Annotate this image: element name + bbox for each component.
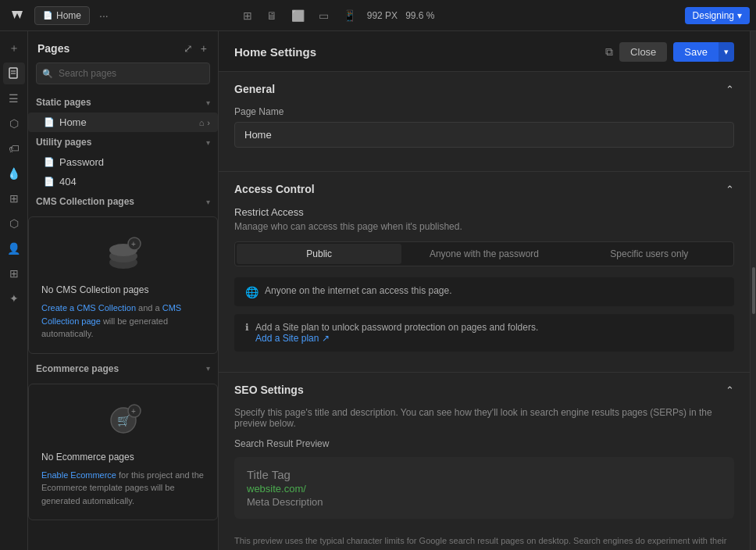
ecommerce-empty-title: No Ecommerce pages (41, 452, 205, 462)
settings-title: Home Settings (234, 45, 316, 59)
page-item-404[interactable]: 📄 404 (28, 172, 218, 191)
access-control-section: Access Control ⌃ Restrict Access Manage … (219, 172, 750, 373)
tablet-icon[interactable]: ⬜ (288, 6, 308, 25)
settings-panel: Home Settings ⧉ Close Save ▾ General ⌃ P… (219, 31, 750, 550)
sidebar-members-button[interactable]: 👤 (3, 238, 25, 259)
tab-label: Home (56, 10, 81, 21)
expand-icon[interactable]: ⤢ (182, 41, 194, 56)
cms-collection-link[interactable]: Create a CMS Collection (41, 303, 136, 312)
scroll-thumb (752, 267, 755, 314)
svg-text:🛒: 🛒 (117, 414, 131, 427)
sidebar-components-button[interactable]: ⬡ (3, 112, 25, 134)
utility-pages-section-header[interactable]: Utility pages ▾ (28, 132, 218, 152)
access-control-chevron: ⌃ (726, 184, 734, 195)
page-item-name-404: 404 (59, 176, 210, 188)
ecommerce-empty-state: 🛒 + No Ecommerce pages Enable Ecommerce … (28, 384, 218, 521)
page-chevron-icon[interactable]: › (207, 118, 210, 127)
save-dropdown-button[interactable]: ▾ (719, 42, 734, 62)
sidebar-apps-button[interactable]: ⊞ (3, 262, 25, 284)
access-tab-specific[interactable]: Specific users only (567, 244, 732, 264)
designing-button[interactable]: Designing ▾ (685, 7, 750, 24)
search-input[interactable] (36, 62, 210, 84)
cms-empty-title: No CMS Collection pages (41, 284, 205, 295)
save-button-group: Save ▾ (673, 42, 734, 62)
access-tab-password[interactable]: Anyone with the password (401, 244, 566, 264)
access-control-body: Restrict Access Manage who can access th… (219, 206, 750, 372)
pages-panel-title: Pages (37, 42, 70, 55)
add-page-icon[interactable]: + (199, 41, 209, 56)
close-button[interactable]: Close (619, 42, 667, 62)
static-pages-chevron: ▾ (206, 98, 210, 107)
zoom-display: 99.6 % (405, 10, 434, 21)
page-item-password[interactable]: 📄 Password (28, 152, 218, 172)
settings-header-actions: ⧉ Close Save ▾ (605, 42, 734, 62)
more-tabs-icon[interactable]: ··· (96, 9, 112, 22)
seo-description: Specify this page's title and descriptio… (234, 407, 734, 429)
page-name-input[interactable] (234, 122, 734, 148)
general-section-toggle[interactable]: General ⌃ (219, 72, 750, 106)
seo-section-chevron: ⌃ (726, 384, 734, 396)
sidebar-pages-button[interactable] (3, 62, 25, 84)
cms-empty-icon: + (41, 230, 205, 277)
seo-section: SEO Settings ⌃ Specify this page's title… (219, 373, 750, 550)
mobile-wide-icon[interactable]: ▭ (316, 6, 332, 25)
restrict-title: Restrict Access (234, 206, 734, 218)
seo-preview-label: Search Result Preview (234, 438, 734, 449)
save-button[interactable]: Save (673, 42, 719, 62)
general-section-chevron: ⌃ (726, 84, 734, 95)
seo-section-body: Specify this page's title and descriptio… (219, 407, 750, 550)
page-doc-icon-404: 📄 (44, 177, 55, 187)
ecommerce-pages-chevron: ▾ (206, 364, 210, 373)
upgrade-info-content: Add a Site plan to unlock password prote… (255, 322, 538, 344)
info-globe-icon: 🌐 (245, 286, 259, 298)
page-item-home[interactable]: 📄 Home ⌂ › (28, 112, 218, 132)
enable-ecommerce-link[interactable]: Enable Ecommerce (41, 470, 116, 480)
page-item-name-password: Password (59, 156, 210, 168)
copy-icon[interactable]: ⧉ (605, 45, 613, 59)
scroll-handle[interactable] (750, 31, 756, 550)
page-icon: 📄 (43, 11, 52, 20)
utility-pages-label: Utility pages (36, 137, 91, 148)
static-pages-label: Static pages (36, 97, 91, 108)
seo-preview-title: Title Tag (247, 468, 722, 481)
active-tab[interactable]: 📄 Home (34, 6, 90, 25)
seo-section-toggle[interactable]: SEO Settings ⌃ (219, 373, 750, 407)
mobile-icon[interactable]: 📱 (340, 6, 359, 25)
cms-empty-desc: Create a CMS Collection and a CMS Collec… (41, 302, 205, 341)
upgrade-info-box: ℹ Add a Site plan to unlock password pro… (234, 314, 734, 352)
cms-pages-section-header[interactable]: CMS Collection pages ▾ (28, 191, 218, 212)
topbar: 📄 Home ··· ⊞ 🖥 ⬜ ▭ 📱 992 PX 99.6 % Desig… (0, 0, 756, 31)
search-box: 🔍 (36, 62, 210, 84)
add-page-icon[interactable]: ⊞ (240, 6, 255, 25)
seo-note: This preview uses the typical character … (234, 527, 734, 550)
pages-panel-header: Pages ⤢ + (28, 31, 218, 62)
pages-panel: Pages ⤢ + 🔍 Static pages ▾ 📄 Home ⌂ › Ut… (28, 31, 219, 550)
home-icon: ⌂ (199, 118, 205, 127)
ecommerce-pages-section-header[interactable]: Ecommerce pages ▾ (28, 359, 218, 379)
cms-empty-state: + No CMS Collection pages Create a CMS C… (28, 216, 218, 354)
access-control-toggle[interactable]: Access Control ⌃ (219, 172, 750, 206)
logo (6, 5, 28, 27)
page-item-name: Home (59, 116, 194, 128)
svg-text:+: + (131, 240, 136, 248)
sidebar-style-button[interactable]: 💧 (3, 162, 25, 184)
sidebar-assets-button[interactable]: 🏷 (3, 138, 25, 159)
seo-preview-box: Title Tag website.com/ Meta Description (234, 457, 734, 519)
main: ＋ ☰ ⬡ 🏷 💧 ⊞ ⬡ 👤 ⊞ ✦ Pages ⤢ + 🔍 Static p… (0, 31, 756, 550)
access-tab-public[interactable]: Public (237, 244, 401, 264)
public-info-text: Anyone on the internet can access this p… (265, 285, 452, 296)
sidebar-integrations-button[interactable]: ✦ (3, 288, 25, 309)
sidebar-cms-button[interactable]: ⊞ (3, 188, 25, 209)
sidebar-add-button[interactable]: ＋ (3, 38, 25, 59)
px-display: 992 PX (367, 10, 398, 21)
sidebar-layers-button[interactable]: ☰ (3, 88, 25, 109)
upgrade-info-icon: ℹ (245, 322, 249, 333)
upgrade-link[interactable]: Add a Site plan ↗ (255, 333, 330, 344)
seo-section-title: SEO Settings (234, 384, 304, 396)
access-control-title: Access Control (234, 183, 315, 195)
sidebar-ecommerce-button[interactable]: ⬡ (3, 212, 25, 234)
desktop-icon[interactable]: 🖥 (263, 6, 280, 25)
static-pages-section-header[interactable]: Static pages ▾ (28, 92, 218, 112)
search-icon: 🔍 (42, 69, 53, 79)
settings-header: Home Settings ⧉ Close Save ▾ (219, 31, 750, 72)
